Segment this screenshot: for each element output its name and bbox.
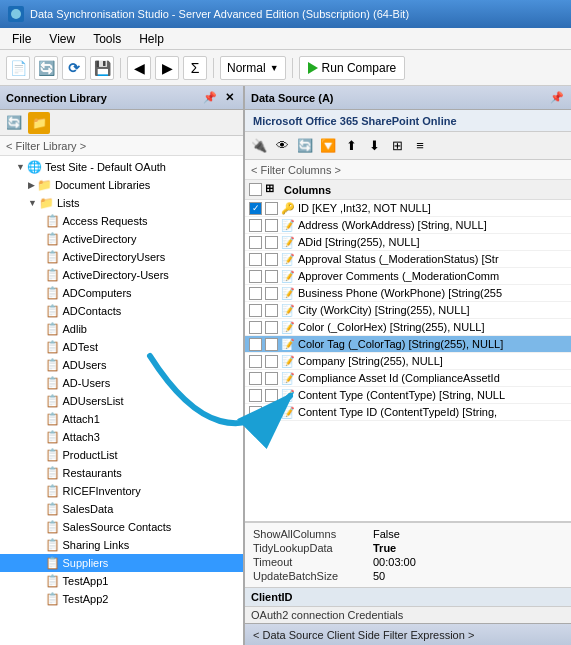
sync-button[interactable]: ⟳ <box>62 56 86 80</box>
tree-item[interactable]: 📋Adlib <box>0 320 243 338</box>
column-row[interactable]: 📝Company [String(255), NULL] <box>245 353 571 370</box>
connection-refresh-button[interactable]: 🔄 <box>4 113 24 133</box>
tree-item[interactable]: 📋Suppliers <box>0 554 243 572</box>
column-checkbox2[interactable] <box>265 389 278 402</box>
tree-item[interactable]: 📋TestApp2 <box>0 590 243 608</box>
ds-refresh-button[interactable]: 🔄 <box>295 136 315 156</box>
tree-item[interactable]: 📋ADTest <box>0 338 243 356</box>
tree-item[interactable]: 📋AD-Users <box>0 374 243 392</box>
tree-item[interactable]: 📋RICEFInventory <box>0 482 243 500</box>
column-checkbox[interactable] <box>249 321 262 334</box>
tree-item[interactable]: 📋ActiveDirectoryUsers <box>0 248 243 266</box>
back-button[interactable]: ◀ <box>127 56 151 80</box>
column-checkbox2[interactable] <box>265 253 278 266</box>
column-row[interactable]: ✓🔑ID [KEY ,Int32, NOT NULL] <box>245 200 571 217</box>
tree-item[interactable]: 📋ProductList <box>0 446 243 464</box>
expand-arrow <box>40 558 43 568</box>
tree-item[interactable]: 📋ActiveDirectory-Users <box>0 266 243 284</box>
column-row[interactable]: 📝Content Type (ContentType) [String, NUL… <box>245 387 571 404</box>
tree-item[interactable]: 📋ADUsers <box>0 356 243 374</box>
menu-tools[interactable]: Tools <box>85 30 129 48</box>
sigma-button[interactable]: Σ <box>183 56 207 80</box>
column-row[interactable]: 📝Approver Comments (_ModerationComm <box>245 268 571 285</box>
column-checkbox2[interactable] <box>265 270 278 283</box>
tree-item[interactable]: 📋Access Requests <box>0 212 243 230</box>
column-checkbox[interactable] <box>249 219 262 232</box>
forward-button[interactable]: ▶ <box>155 56 179 80</box>
new-button[interactable]: 📄 <box>6 56 30 80</box>
expand-arrow <box>40 396 43 406</box>
tree-item[interactable]: 📋Attach1 <box>0 410 243 428</box>
ds-connect-button[interactable]: 🔌 <box>249 136 269 156</box>
sep1 <box>120 58 121 78</box>
tree-item[interactable]: 📋SalesSource Contacts <box>0 518 243 536</box>
column-checkbox2[interactable] <box>265 236 278 249</box>
column-checkbox[interactable]: ✓ <box>249 202 262 215</box>
column-checkbox2[interactable] <box>265 202 278 215</box>
ds-filter-button[interactable]: 🔽 <box>318 136 338 156</box>
column-checkbox[interactable] <box>249 338 262 351</box>
column-row[interactable]: 📝City (WorkCity) [String(255), NULL] <box>245 302 571 319</box>
column-row[interactable]: 📝ADid [String(255), NULL] <box>245 234 571 251</box>
menu-help[interactable]: Help <box>131 30 172 48</box>
column-row[interactable]: 📝Approval Status (_ModerationStatus) [St… <box>245 251 571 268</box>
column-row[interactable]: 📝Business Phone (WorkPhone) [String(255 <box>245 285 571 302</box>
refresh-button[interactable]: 🔄 <box>34 56 58 80</box>
column-checkbox[interactable] <box>249 355 262 368</box>
tree-item[interactable]: 📋Restaurants <box>0 464 243 482</box>
column-row[interactable]: 📝Compliance Asset Id (ComplianceAssetId <box>245 370 571 387</box>
column-checkbox[interactable] <box>249 270 262 283</box>
tree-item[interactable]: 📋TestApp1 <box>0 572 243 590</box>
tree-item[interactable]: 📋Sharing Links <box>0 536 243 554</box>
column-checkbox2[interactable] <box>265 304 278 317</box>
run-compare-button[interactable]: Run Compare <box>299 56 406 80</box>
columns-area[interactable]: ⊞ Columns ✓🔑ID [KEY ,Int32, NOT NULL]📝Ad… <box>245 180 571 522</box>
column-checkbox2[interactable] <box>265 338 278 351</box>
column-checkbox[interactable] <box>249 406 262 419</box>
ds-eye-button[interactable]: 👁 <box>272 136 292 156</box>
column-checkbox2[interactable] <box>265 321 278 334</box>
column-checkbox[interactable] <box>249 253 262 266</box>
tree-item[interactable]: 📋ActiveDirectory <box>0 230 243 248</box>
column-checkbox[interactable] <box>249 236 262 249</box>
column-checkbox[interactable] <box>249 287 262 300</box>
ds-pin-button[interactable]: 📌 <box>549 90 565 106</box>
mode-dropdown[interactable]: Normal ▼ <box>220 56 286 80</box>
column-checkbox2[interactable] <box>265 372 278 385</box>
column-checkbox[interactable] <box>249 372 262 385</box>
ds-grid-button[interactable]: ⊞ <box>387 136 407 156</box>
tree-item-label: Lists <box>57 197 80 209</box>
connection-folder-button[interactable]: 📁 <box>28 112 50 134</box>
tree-item[interactable]: ▼📁Lists <box>0 194 243 212</box>
tree-icon: 📁 <box>37 178 52 192</box>
expand-arrow <box>40 216 43 226</box>
ds-download-button[interactable]: ⬇ <box>364 136 384 156</box>
tree-item[interactable]: 📋Attach3 <box>0 428 243 446</box>
column-checkbox2[interactable] <box>265 355 278 368</box>
column-row[interactable]: 📝Color Tag (_ColorTag) [String(255), NUL… <box>245 336 571 353</box>
column-checkbox[interactable] <box>249 304 262 317</box>
save-button[interactable]: 💾 <box>90 56 114 80</box>
ds-upload-button[interactable]: ⬆ <box>341 136 361 156</box>
column-checkbox[interactable] <box>249 389 262 402</box>
ds-table-button[interactable]: ≡ <box>410 136 430 156</box>
header-checkbox[interactable] <box>249 183 262 196</box>
tree-item[interactable]: 📋ADContacts <box>0 302 243 320</box>
column-checkbox2[interactable] <box>265 219 278 232</box>
tree-item[interactable]: 📋ADUsersList <box>0 392 243 410</box>
close-icon[interactable]: ✕ <box>221 90 237 106</box>
pin-button[interactable]: 📌 <box>202 90 218 106</box>
tree-item[interactable]: 📋ADComputers <box>0 284 243 302</box>
column-row[interactable]: 📝Content Type ID (ContentTypeId) [String… <box>245 404 571 421</box>
column-row[interactable]: 📝Color (_ColorHex) [String(255), NULL] <box>245 319 571 336</box>
filter-expr-bar[interactable]: < Data Source Client Side Filter Express… <box>245 623 571 645</box>
tree-item[interactable]: 📋SalesData <box>0 500 243 518</box>
menu-view[interactable]: View <box>41 30 83 48</box>
column-checkbox2[interactable] <box>265 287 278 300</box>
tree-item[interactable]: ▶📁Document Libraries <box>0 176 243 194</box>
column-row[interactable]: 📝Address (WorkAddress) [String, NULL] <box>245 217 571 234</box>
menu-file[interactable]: File <box>4 30 39 48</box>
tree-icon: 📋 <box>45 502 60 516</box>
tree-item[interactable]: ▼🌐Test Site - Default OAuth <box>0 158 243 176</box>
column-checkbox2[interactable] <box>265 406 278 419</box>
